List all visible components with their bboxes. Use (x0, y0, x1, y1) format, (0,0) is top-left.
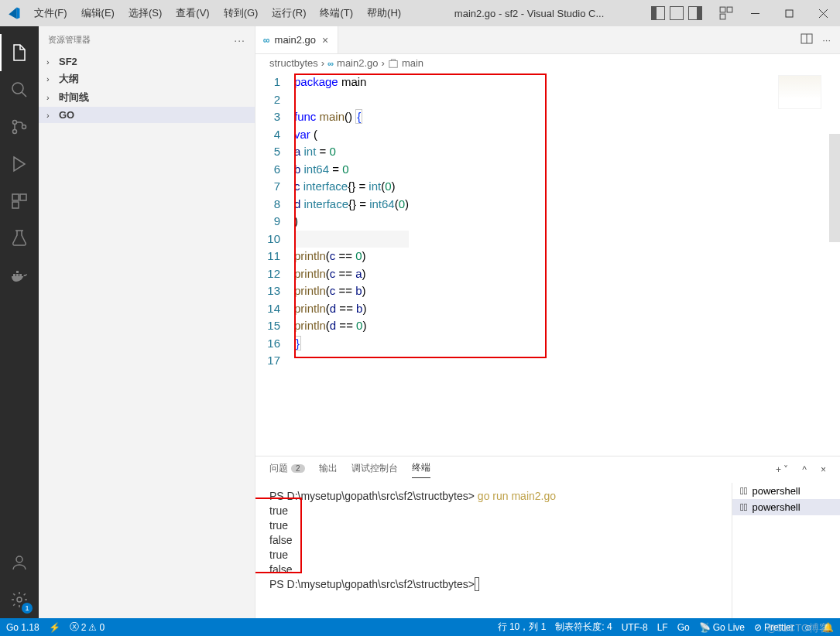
scrollbar[interactable] (829, 134, 840, 242)
run-debug-icon[interactable] (0, 145, 39, 183)
bottom-panel: 问题2 输出 调试控制台 终端 + ˅ ^ × PS D:\mysetup\go… (255, 456, 840, 618)
sidebar-section[interactable]: ›大纲 (39, 70, 255, 88)
svg-point-15 (16, 556, 22, 562)
tab-debug-console[interactable]: 调试控制台 (351, 462, 398, 478)
svg-point-5 (13, 121, 17, 125)
breadcrumbs[interactable]: structbytes › ∞ main2.go › main (255, 54, 840, 72)
svg-rect-8 (12, 194, 19, 200)
maximize-panel-icon[interactable]: ^ (802, 464, 807, 475)
status-eol[interactable]: LF (657, 622, 668, 633)
explorer-icon[interactable] (0, 34, 39, 71)
tab-problems[interactable]: 问题2 (269, 462, 305, 478)
svg-rect-10 (12, 202, 19, 208)
status-cursor-pos[interactable]: 行 10，列 1 (498, 621, 547, 634)
docker-icon[interactable] (0, 257, 39, 294)
status-encoding[interactable]: UTF-8 (622, 622, 648, 633)
sidebar-title: 资源管理器 (48, 34, 91, 46)
terminal-list-item[interactable]: ▸⃞ powershell (732, 483, 840, 499)
code-editor[interactable]: 1234567891011121314151617 package main f… (255, 72, 840, 456)
status-go-version[interactable]: Go 1.18 (6, 622, 39, 633)
account-icon[interactable] (0, 544, 39, 581)
maximize-button[interactable] (772, 0, 806, 26)
tab-terminal[interactable]: 终端 (412, 461, 430, 478)
split-editor-icon[interactable] (801, 32, 813, 47)
extensions-icon[interactable] (0, 183, 39, 220)
close-panel-icon[interactable]: × (821, 464, 826, 475)
go-file-icon: ∞ (263, 35, 270, 46)
svg-rect-0 (720, 7, 725, 12)
svg-rect-12 (16, 274, 19, 276)
svg-point-16 (17, 597, 22, 602)
minimize-button[interactable] (738, 0, 772, 26)
terminal[interactable]: PS D:\mysetup\gopath\src\sf2\structbytes… (255, 483, 732, 618)
menu-item[interactable]: 运行(R) (266, 3, 312, 23)
menu-item[interactable]: 查看(V) (170, 3, 215, 23)
terminal-list: ▸⃞ powershell▸⃞ powershell (732, 483, 840, 618)
layout-controls[interactable] (651, 6, 738, 20)
more-actions-icon[interactable]: ··· (822, 34, 831, 46)
terminal-icon: ▸⃞ (740, 501, 748, 513)
title-bar: 文件(F)编辑(E)选择(S)查看(V)转到(G)运行(R)终端(T)帮助(H)… (0, 0, 840, 26)
status-problems[interactable]: ⓧ 2 ⚠ 0 (70, 621, 105, 634)
svg-point-6 (13, 130, 17, 134)
explorer-sidebar: 资源管理器 ··· ›SF2›大纲›时间线›GO (39, 26, 255, 618)
svg-rect-1 (727, 7, 732, 12)
watermark: @51CTO博客 (766, 621, 829, 635)
menu-item[interactable]: 转到(G) (218, 3, 265, 23)
editor-tabs: ∞ main2.go × ··· (255, 26, 840, 54)
svg-rect-13 (19, 274, 22, 276)
window-controls (738, 0, 840, 26)
svg-point-4 (12, 83, 23, 94)
status-lightning-icon[interactable]: ⚡ (49, 622, 60, 633)
settings-icon[interactable]: 1 (0, 581, 39, 618)
svg-rect-11 (13, 274, 15, 276)
svg-rect-18 (389, 60, 398, 67)
terminal-icon: ▸⃞ (740, 485, 748, 497)
sidebar-more-icon[interactable]: ··· (234, 34, 245, 46)
terminal-list-item[interactable]: ▸⃞ powershell (732, 499, 840, 515)
source-control-icon[interactable] (0, 108, 39, 145)
svg-point-7 (22, 125, 26, 129)
tab-output[interactable]: 输出 (319, 462, 338, 478)
sidebar-section[interactable]: ›SF2 (39, 53, 255, 70)
main-menu: 文件(F)编辑(E)选择(S)查看(V)转到(G)运行(R)终端(T)帮助(H) (28, 3, 407, 23)
svg-rect-2 (720, 14, 725, 19)
search-icon[interactable] (0, 71, 39, 108)
minimap[interactable] (778, 75, 821, 109)
status-language[interactable]: Go (677, 622, 690, 633)
menu-item[interactable]: 选择(S) (122, 3, 168, 23)
status-bar: Go 1.18 ⚡ ⓧ 2 ⚠ 0 行 10，列 1 制表符长度: 4 UTF-… (0, 618, 840, 636)
close-button[interactable] (806, 0, 840, 26)
tab-label: main2.go (275, 34, 316, 46)
sidebar-section[interactable]: ›时间线 (39, 88, 255, 107)
window-title: main2.go - sf2 - Visual Studio C... (407, 8, 651, 19)
menu-item[interactable]: 终端(T) (314, 3, 359, 23)
sidebar-section[interactable]: ›GO (39, 107, 255, 123)
new-terminal-icon[interactable]: + ˅ (776, 464, 788, 475)
vscode-logo-icon (0, 6, 28, 20)
svg-rect-9 (20, 194, 26, 200)
status-go-live[interactable]: 📡 Go Live (699, 622, 745, 633)
svg-rect-3 (786, 10, 793, 17)
activity-bar: 1 (0, 26, 39, 618)
menu-item[interactable]: 帮助(H) (361, 3, 407, 23)
close-tab-icon[interactable]: × (321, 32, 330, 48)
menu-item[interactable]: 文件(F) (28, 3, 74, 23)
tab-main2-go[interactable]: ∞ main2.go × (255, 26, 338, 53)
menu-item[interactable]: 编辑(E) (75, 3, 121, 23)
status-indent[interactable]: 制表符长度: 4 (555, 621, 612, 634)
svg-rect-14 (16, 271, 19, 273)
testing-icon[interactable] (0, 220, 39, 257)
